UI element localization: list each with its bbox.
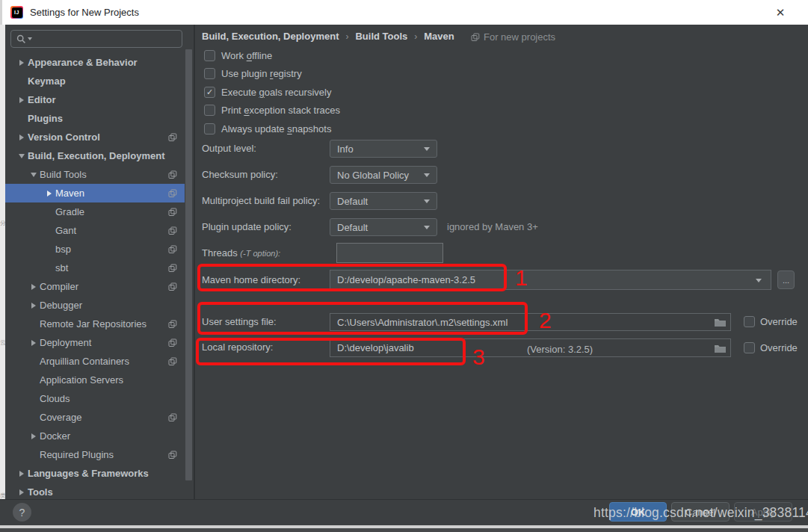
override-label: Override [760,342,798,353]
checkbox-row-execute-goals-recursively[interactable]: ✓Execute goals recursively [204,83,340,102]
multiproject-policy-row: Multiproject build fail policy: Default [196,192,749,210]
sidebar-item-label: Remote Jar Repositories [40,318,147,330]
sidebar-item-gradle[interactable]: Gradle [5,202,185,221]
chevron-right-icon[interactable] [19,489,24,495]
chevron-right-icon[interactable] [31,340,36,346]
sidebar-item-label: Maven [55,188,84,199]
chevron-down-icon[interactable] [31,173,37,177]
breadcrumb-segment[interactable]: Build Tools [355,31,407,42]
override-checkbox[interactable] [744,316,755,327]
per-project-icon [168,189,177,198]
checkbox-row-print-exception-stack-traces[interactable]: Print exception stack traces [204,102,340,120]
sidebar-item-label: Debugger [40,300,82,311]
sidebar-item-bsp[interactable]: bsp [5,240,185,259]
cancel-button[interactable]: Cancel [671,502,730,522]
breadcrumb-segment[interactable]: Build, Execution, Deployment [202,31,339,42]
output-level-select[interactable]: Info [330,140,437,158]
search-icon [16,34,26,44]
help-button[interactable]: ? [13,503,31,522]
local-repository-input[interactable]: D:\develop\javalib [330,338,731,357]
sidebar-item-arquillian-containers[interactable]: Arquillian Containers [5,352,185,371]
checkbox-unchecked[interactable] [204,123,215,134]
override-checkbox[interactable] [744,342,755,353]
window-title: Settings for New Projects [30,7,139,18]
override-label: Override [760,316,798,327]
sidebar-scrollbar[interactable] [185,49,192,480]
folder-icon[interactable] [714,343,727,353]
chevron-down-icon[interactable] [756,279,762,282]
chevron-right-icon[interactable] [19,60,24,66]
sidebar-item-coverage[interactable]: Coverage [5,408,185,427]
per-project-icon [471,33,480,42]
local-repository-label: Local repository: [202,338,273,356]
sidebar-item-deployment[interactable]: Deployment [5,333,185,352]
plugin-update-policy-select[interactable]: Default [330,218,437,236]
ok-button[interactable]: OK [609,502,667,522]
checksum-policy-select[interactable]: No Global Policy [330,166,437,184]
sidebar-item-application-servers[interactable]: Application Servers [5,371,185,389]
checkbox-label: Work offline [221,50,272,61]
sidebar-item-maven[interactable]: Maven [5,184,185,202]
chevron-down-icon [424,226,430,229]
sidebar-item-gant[interactable]: Gant [5,221,185,240]
per-project-icon [168,451,177,460]
sidebar-item-languages-frameworks[interactable]: Languages & Frameworks [5,464,185,483]
checkbox-checked[interactable]: ✓ [204,87,215,98]
maven-home-combobox[interactable]: D:/develop/apache-maven-3.2.5 [330,270,771,290]
checkbox-row-work-offline[interactable]: Work offline [204,46,340,65]
chevron-right-icon[interactable] [31,433,36,439]
sidebar-item-keymap[interactable]: Keymap [5,72,185,90]
sidebar-item-label: Coverage [40,412,81,423]
threads-input[interactable] [336,243,443,263]
breadcrumb-separator: › [345,31,348,42]
browse-maven-home-button[interactable]: ... [777,270,795,289]
chevron-right-icon[interactable] [31,284,36,290]
per-project-icon [168,413,177,422]
breadcrumb-segment[interactable]: Maven [424,31,454,42]
chevron-right-icon[interactable] [47,191,52,197]
sidebar-item-build-tools[interactable]: Build Tools [5,165,185,184]
chevron-right-icon[interactable] [19,134,24,140]
search-options-icon[interactable] [28,37,32,40]
chevron-right-icon[interactable] [19,97,24,103]
sidebar-item-sbt[interactable]: sbt [5,259,185,277]
sidebar-item-remote-jar-repositories[interactable]: Remote Jar Repositories [5,315,185,333]
sidebar-item-debugger[interactable]: Debugger [5,296,185,315]
sidebar-item-plugins[interactable]: Plugins [5,109,185,128]
chevron-right-icon[interactable] [19,471,24,477]
per-project-icon [168,208,177,217]
breadcrumb: Build, Execution, Deployment › Build Too… [202,31,454,42]
sidebar-item-required-plugins[interactable]: Required Plugins [5,445,185,464]
chevron-down-icon[interactable] [19,154,25,158]
chevron-right-icon[interactable] [31,303,36,309]
sidebar-item-label: Required Plugins [40,449,114,460]
close-icon[interactable]: ✕ [772,4,789,21]
sidebar-item-label: bsp [55,244,71,255]
sidebar-item-docker[interactable]: Docker [5,427,185,445]
sidebar-item-editor[interactable]: Editor [5,90,185,109]
sidebar-item-label: Build, Execution, Deployment [28,150,164,161]
sidebar-item-version-control[interactable]: Version Control [5,128,185,146]
checkbox-unchecked[interactable] [204,50,215,61]
checkbox-unchecked[interactable] [204,105,215,116]
multiproject-policy-select[interactable]: Default [330,192,437,210]
checkbox-row-always-update-snapshots[interactable]: Always update snapshots [204,120,340,138]
per-project-icon [168,245,177,254]
sidebar-item-label: Clouds [40,393,70,404]
dialog-footer: ? OK Cancel Apply [0,499,808,526]
sidebar-item-build-execution-deployment[interactable]: Build, Execution, Deployment [5,146,185,165]
settings-sidebar: Appearance & BehaviorKeymapEditorPlugins… [5,25,185,499]
checkbox-row-use-plugin-registry[interactable]: Use plugin registry [204,65,340,84]
user-settings-input[interactable]: C:\Users\Administrator\.m2\settings.xml [330,313,731,331]
checkbox-unchecked[interactable] [204,68,215,79]
sidebar-item-clouds[interactable]: Clouds [5,389,185,408]
per-project-icon [168,282,177,291]
sidebar-item-label: Version Control [28,132,100,143]
user-settings-row: User settings file: C:\Users\Administrat… [196,313,804,331]
sidebar-item-tools[interactable]: Tools [5,483,185,499]
sidebar-item-compiler[interactable]: Compiler [5,277,185,296]
folder-icon[interactable] [714,318,727,327]
search-input[interactable] [10,30,182,48]
sidebar-item-appearance-behavior[interactable]: Appearance & Behavior [5,53,185,72]
per-project-icon [168,320,177,329]
